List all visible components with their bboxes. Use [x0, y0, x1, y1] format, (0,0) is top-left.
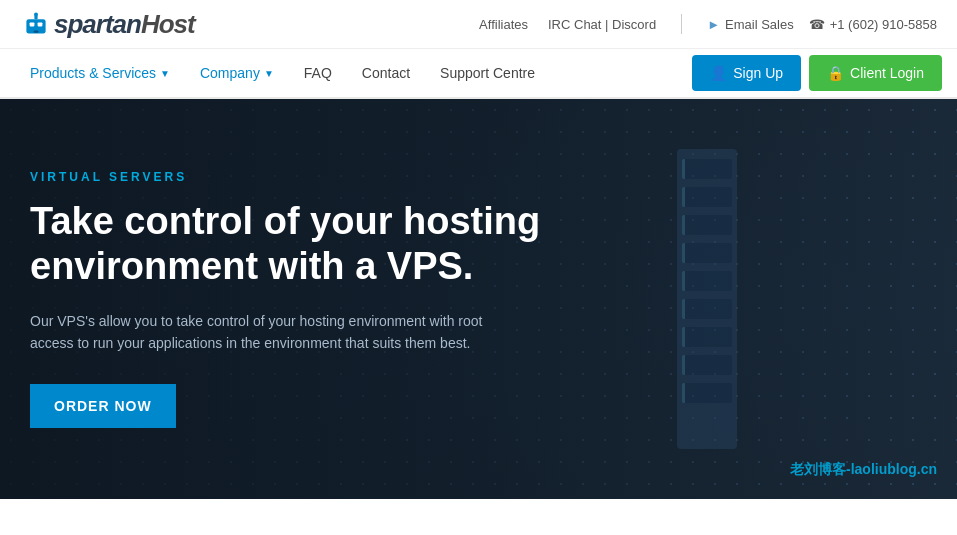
- irc-link[interactable]: IRC Chat | Discord: [548, 17, 656, 32]
- email-sales-label: Email Sales: [725, 17, 794, 32]
- nav-products-label: Products & Services: [30, 65, 156, 81]
- hero-section: VIRTUAL SERVERS Take control of your hos…: [0, 99, 957, 499]
- server-unit: [682, 383, 732, 403]
- products-chevron-icon: ▼: [160, 68, 170, 79]
- server-unit: [682, 159, 732, 179]
- top-bar: spartanHost Affiliates IRC Chat | Discor…: [0, 0, 957, 49]
- phone-display: ☎ +1 (602) 910-5858: [809, 17, 937, 32]
- signup-button[interactable]: 👤 Sign Up: [692, 55, 801, 91]
- svg-rect-2: [38, 22, 43, 26]
- nav-company-label: Company: [200, 65, 260, 81]
- server-unit: [682, 187, 732, 207]
- nav-bar: Products & Services ▼ Company ▼ FAQ Cont…: [0, 49, 957, 99]
- hero-content: VIRTUAL SERVERS Take control of your hos…: [30, 99, 590, 499]
- server-unit: [682, 243, 732, 263]
- top-divider: [681, 14, 682, 34]
- send-icon: ►: [707, 17, 720, 32]
- nav-contact[interactable]: Contact: [347, 48, 425, 98]
- logo-icon: [20, 8, 52, 40]
- server-unit: [682, 299, 732, 319]
- logo-host: Host: [141, 9, 195, 39]
- phone-number: +1 (602) 910-5858: [830, 17, 937, 32]
- company-chevron-icon: ▼: [264, 68, 274, 79]
- server-unit: [682, 355, 732, 375]
- affiliates-link[interactable]: Affiliates: [479, 17, 528, 32]
- hero-subtitle: VIRTUAL SERVERS: [30, 170, 590, 184]
- server-unit: [682, 215, 732, 235]
- nav-company[interactable]: Company ▼: [185, 48, 289, 98]
- login-button[interactable]: 🔒 Client Login: [809, 55, 942, 91]
- logo[interactable]: spartanHost: [20, 8, 195, 40]
- svg-rect-3: [34, 30, 39, 32]
- login-lock-icon: 🔒: [827, 65, 844, 81]
- hero-description: Our VPS's allow you to take control of y…: [30, 310, 510, 355]
- nav-products-services[interactable]: Products & Services ▼: [15, 48, 185, 98]
- logo-spartan: spartan: [54, 9, 141, 39]
- nav-faq[interactable]: FAQ: [289, 48, 347, 98]
- logo-text: spartanHost: [54, 9, 195, 40]
- email-sales-link[interactable]: ► Email Sales: [707, 17, 794, 32]
- phone-icon: ☎: [809, 17, 825, 32]
- server-unit: [682, 327, 732, 347]
- nav-buttons: 👤 Sign Up 🔒 Client Login: [692, 55, 942, 91]
- svg-point-5: [34, 12, 38, 16]
- server-unit: [682, 271, 732, 291]
- server-rack: [677, 149, 737, 449]
- nav-support[interactable]: Support Centre: [425, 48, 550, 98]
- top-links: Affiliates IRC Chat | Discord: [479, 17, 656, 32]
- signup-user-icon: 👤: [710, 65, 727, 81]
- hero-server-decoration: [677, 99, 877, 499]
- svg-rect-1: [30, 22, 35, 26]
- watermark: 老刘博客-laoliublog.cn: [790, 461, 937, 479]
- hero-title: Take control of your hosting environment…: [30, 199, 590, 290]
- login-label: Client Login: [850, 65, 924, 81]
- order-now-button[interactable]: ORDER NOW: [30, 384, 176, 428]
- signup-label: Sign Up: [733, 65, 783, 81]
- nav-links: Products & Services ▼ Company ▼ FAQ Cont…: [15, 48, 692, 98]
- top-contact: ► Email Sales ☎ +1 (602) 910-5858: [707, 17, 937, 32]
